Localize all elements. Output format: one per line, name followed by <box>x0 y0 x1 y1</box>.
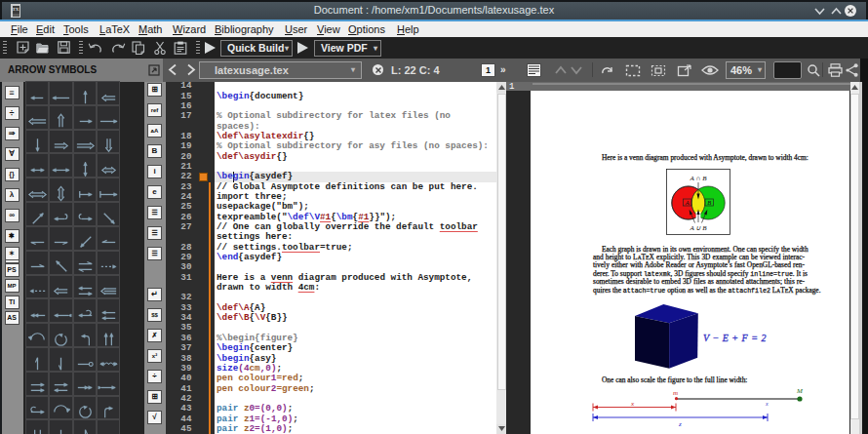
svg-text:x: x <box>765 401 769 407</box>
svg-text:z: z <box>678 420 682 428</box>
svg-text:A: A <box>685 199 690 206</box>
svg-text:A ∩ B: A ∩ B <box>690 174 708 181</box>
svg-text:A ∪ B: A ∪ B <box>690 223 708 231</box>
svg-text:m: m <box>673 389 678 397</box>
svg-text:x: x <box>630 400 635 408</box>
svg-text:B: B <box>708 199 712 206</box>
svg-text:M: M <box>796 387 804 395</box>
